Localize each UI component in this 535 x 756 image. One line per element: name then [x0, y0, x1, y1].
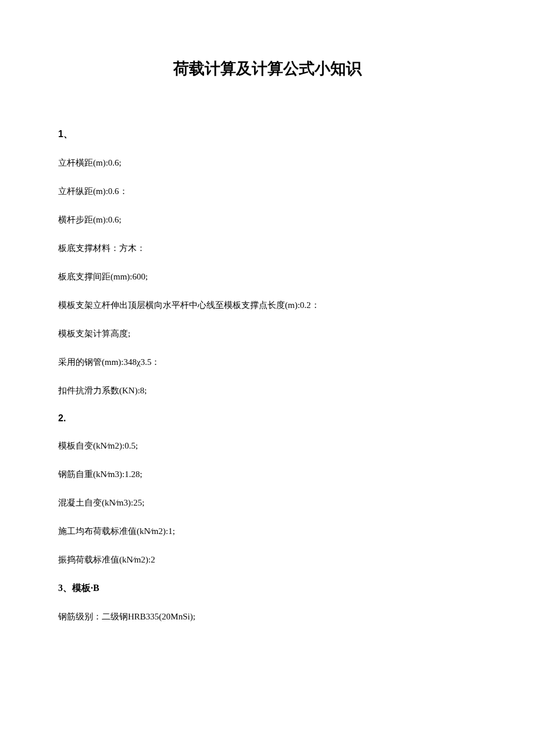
section-1: 1、 立杆橫距(m):0.6; 立杆纵距(m):0.6： 横杆步距(m):0.6…: [58, 128, 477, 397]
text-line: 施工均布荷载标准值(kN⁄m2):1;: [58, 525, 477, 538]
text-line: 立杆纵距(m):0.6：: [58, 185, 477, 198]
section-3-heading-text: 3、模板·B: [58, 583, 99, 593]
text-line: 模板支架立杆伸出顶层横向水平杆中心线至模板支撑点长度(m):0.2：: [58, 299, 477, 311]
text-line: 模板自变(kN⁄m2):0.5;: [58, 440, 477, 452]
section-2: 2. 模板自变(kN⁄m2):0.5; 钢筋自重(kN⁄m3):1.28; 混凝…: [58, 413, 477, 566]
text-line: 板底支撑间距(mm):600;: [58, 271, 477, 283]
section-2-heading: 2.: [58, 413, 477, 424]
text-line: 板底支撑材料：方木：: [58, 242, 477, 255]
text-line: 混凝土自变(kN⁄m3):25;: [58, 497, 477, 509]
section-2-heading-text: 2.: [58, 413, 66, 423]
text-line: 立杆橫距(m):0.6;: [58, 157, 477, 169]
text-line: 振捣荷载标准值(kN⁄m2):2: [58, 554, 477, 566]
page-title: 荷载计算及计算公式小知识: [58, 58, 477, 79]
text-line: 横杆步距(m):0.6;: [58, 214, 477, 226]
text-line: 模板支架计算高度;: [58, 328, 477, 340]
text-line: 采用的钢管(mm):348χ3.5：: [58, 356, 477, 368]
text-line: 钢筋级别：二级钢HRB335(20MnSi);: [58, 611, 477, 623]
section-3-heading: 3、模板·B: [58, 582, 477, 594]
text-line: 扣件抗滑力系数(KN):8;: [58, 385, 477, 397]
section-1-heading-text: 1、: [58, 129, 73, 139]
section-3: 3、模板·B 钢筋级别：二级钢HRB335(20MnSi);: [58, 582, 477, 623]
text-line: 钢筋自重(kN⁄m3):1.28;: [58, 468, 477, 481]
section-1-heading: 1、: [58, 128, 477, 141]
